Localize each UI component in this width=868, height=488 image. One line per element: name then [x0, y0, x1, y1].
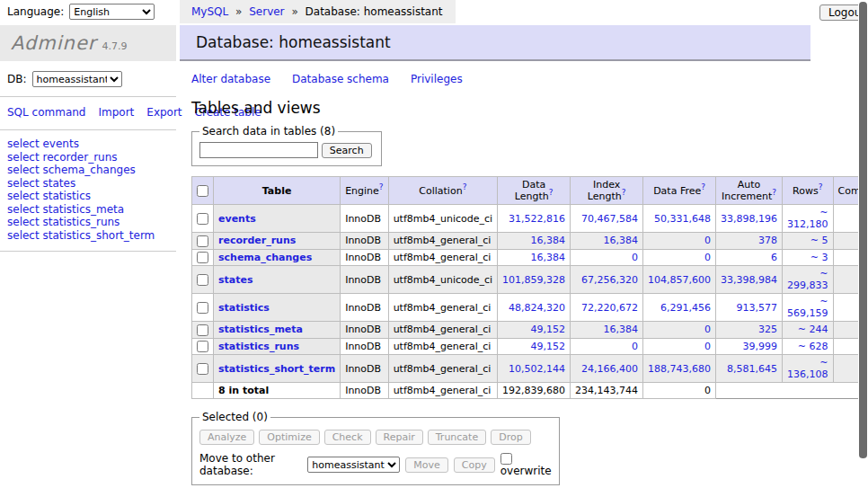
select-link[interactable]: select	[7, 203, 40, 216]
auto-increment-link[interactable]: 33,398,984	[721, 274, 777, 286]
table-link-statistics-runs[interactable]: statistics_runs	[42, 216, 120, 228]
index-length-link[interactable]: 0	[632, 252, 638, 263]
table-name-link[interactable]: statistics_runs	[218, 341, 299, 352]
select-link[interactable]: select	[7, 216, 40, 228]
table-link-statistics-meta[interactable]: statistics_meta	[42, 203, 124, 216]
table-name-link[interactable]: states	[218, 274, 253, 286]
breadcrumb-server-link[interactable]: Server	[249, 5, 284, 18]
truncate-button[interactable]: Truncate	[428, 430, 486, 445]
data-free-link[interactable]: 0	[704, 252, 711, 263]
scrollbar-thumb[interactable]	[859, 2, 867, 458]
table-name-link[interactable]: statistics_short_term	[218, 363, 335, 375]
select-link[interactable]: select	[7, 151, 40, 164]
rows-count-link[interactable]: ~ 312,180	[787, 207, 828, 230]
auto-increment-link[interactable]: 33,898,196	[721, 213, 777, 225]
table-name-link[interactable]: statistics	[218, 302, 270, 314]
select-all-checkbox[interactable]	[197, 185, 208, 197]
index-length-link[interactable]: 16,384	[604, 324, 639, 335]
auto-increment-link[interactable]: 8,581,645	[727, 363, 777, 375]
auto-increment-link[interactable]: 913,577	[737, 302, 778, 314]
copy-button[interactable]: Copy	[454, 457, 495, 473]
language-select[interactable]: English	[69, 4, 155, 20]
index-length-link[interactable]: 24,166,400	[581, 363, 638, 375]
row-checkbox[interactable]	[197, 324, 208, 336]
rows-count-link[interactable]: ~ 3	[810, 252, 828, 263]
index-length-link[interactable]: 70,467,584	[581, 213, 638, 225]
select-link[interactable]: select	[7, 229, 40, 242]
select-link[interactable]: select	[7, 138, 40, 150]
optimize-button[interactable]: Optimize	[259, 430, 319, 445]
help-link-icon[interactable]: ?	[463, 182, 467, 191]
rows-count-link[interactable]: ~ 299,833	[787, 268, 828, 291]
search-button[interactable]: Search	[322, 143, 372, 158]
help-link-icon[interactable]: ?	[819, 182, 823, 191]
database-schema-link[interactable]: Database schema	[292, 73, 389, 85]
data-length-link[interactable]: 16,384	[531, 235, 566, 246]
row-checkbox[interactable]	[197, 302, 208, 314]
index-length-link[interactable]: 0	[632, 341, 638, 352]
import-link[interactable]: Import	[98, 106, 134, 119]
data-length-link[interactable]: 101,859,328	[502, 274, 565, 286]
move-button[interactable]: Move	[405, 457, 448, 473]
export-link[interactable]: Export	[146, 106, 182, 119]
row-checkbox[interactable]	[197, 341, 208, 352]
overwrite-checkbox[interactable]	[500, 453, 512, 465]
rows-count-link[interactable]: ~ 244	[798, 324, 828, 335]
index-length-link[interactable]: 72,220,672	[581, 302, 638, 314]
breadcrumb-mysql-link[interactable]: MySQL	[191, 5, 228, 18]
alter-database-link[interactable]: Alter database	[191, 73, 270, 85]
rows-count-link[interactable]: ~ 5	[810, 235, 828, 246]
table-link-statistics[interactable]: statistics	[42, 190, 91, 202]
data-free-link[interactable]: 188,743,680	[648, 363, 711, 375]
data-free-link[interactable]: 0	[704, 341, 711, 352]
table-name-link[interactable]: schema_changes	[218, 252, 312, 263]
rows-count-link[interactable]: ~ 569,159	[787, 296, 828, 319]
select-link[interactable]: select	[7, 164, 40, 176]
data-length-link[interactable]: 16,384	[531, 252, 566, 263]
rows-count-link[interactable]: ~ 628	[798, 341, 828, 352]
auto-increment-link[interactable]: 378	[758, 235, 777, 246]
auto-increment-link[interactable]: 325	[758, 324, 777, 335]
index-length-link[interactable]: 16,384	[604, 235, 639, 246]
row-checkbox[interactable]	[197, 252, 208, 263]
table-name-link[interactable]: events	[218, 213, 256, 225]
data-free-link[interactable]: 0	[704, 324, 711, 335]
table-link-states[interactable]: states	[42, 177, 75, 190]
db-select[interactable]: homeassistant	[32, 71, 122, 87]
privileges-link[interactable]: Privileges	[411, 73, 463, 85]
data-length-link[interactable]: 48,824,320	[509, 302, 565, 314]
data-free-link[interactable]: 6,291,456	[660, 302, 711, 314]
help-link-icon[interactable]: ?	[701, 182, 705, 191]
check-button[interactable]: Check	[324, 430, 371, 445]
data-free-link[interactable]: 0	[704, 235, 711, 246]
move-database-select[interactable]: homeassistant	[307, 457, 400, 473]
data-free-link[interactable]: 104,857,600	[648, 274, 711, 286]
analyze-button[interactable]: Analyze	[199, 430, 254, 445]
help-link-icon[interactable]: ?	[622, 188, 626, 197]
sql-command-link[interactable]: SQL command	[7, 106, 85, 119]
table-link-recorder-runs[interactable]: recorder_runs	[42, 151, 117, 164]
rows-count-link[interactable]: ~ 136,108	[787, 357, 828, 380]
drop-button[interactable]: Drop	[491, 430, 530, 445]
data-length-link[interactable]: 49,152	[531, 324, 566, 335]
auto-increment-link[interactable]: 6	[771, 252, 777, 263]
auto-increment-link[interactable]: 39,999	[743, 341, 778, 352]
data-length-link[interactable]: 10,502,144	[509, 363, 565, 375]
row-checkbox[interactable]	[197, 213, 208, 225]
table-name-link[interactable]: statistics_meta	[218, 324, 303, 335]
help-link-icon[interactable]: ?	[549, 188, 554, 197]
select-link[interactable]: select	[7, 190, 40, 202]
search-input[interactable]	[199, 142, 318, 158]
row-checkbox[interactable]	[197, 274, 208, 286]
table-name-link[interactable]: recorder_runs	[218, 235, 296, 246]
row-checkbox[interactable]	[197, 363, 208, 375]
repair-button[interactable]: Repair	[376, 430, 423, 445]
help-link-icon[interactable]: ?	[772, 188, 776, 197]
table-link-statistics-short-term[interactable]: statistics_short_term	[42, 229, 155, 242]
row-checkbox[interactable]	[197, 235, 208, 247]
data-free-link[interactable]: 50,331,648	[654, 213, 711, 225]
table-link-events[interactable]: events	[42, 138, 78, 150]
select-link[interactable]: select	[7, 177, 40, 190]
help-link-icon[interactable]: ?	[379, 182, 384, 191]
index-length-link[interactable]: 67,256,320	[581, 274, 638, 286]
